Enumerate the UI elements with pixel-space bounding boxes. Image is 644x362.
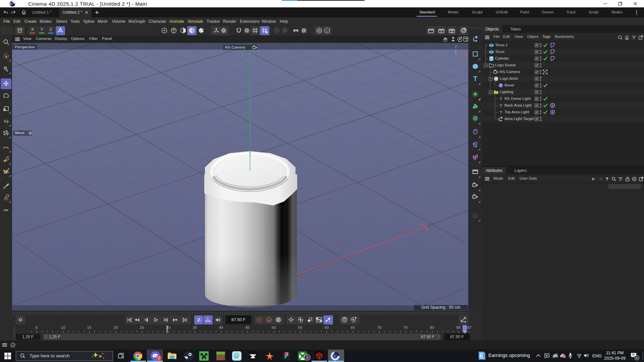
svg-text:?: ? <box>499 110 502 115</box>
svg-text:3: 3 <box>306 355 308 359</box>
svg-text:?: ? <box>499 103 502 108</box>
svg-text:A: A <box>207 317 209 320</box>
svg-text:2: 2 <box>158 356 160 360</box>
svg-text:Z: Z <box>449 48 452 53</box>
svg-text:A: A <box>268 318 270 322</box>
svg-text:6: 6 <box>636 356 638 360</box>
svg-text:Y: Y <box>454 44 458 49</box>
svg-text:A: A <box>326 29 328 33</box>
svg-text:?: ? <box>499 97 502 102</box>
svg-text:X: X <box>463 51 466 56</box>
